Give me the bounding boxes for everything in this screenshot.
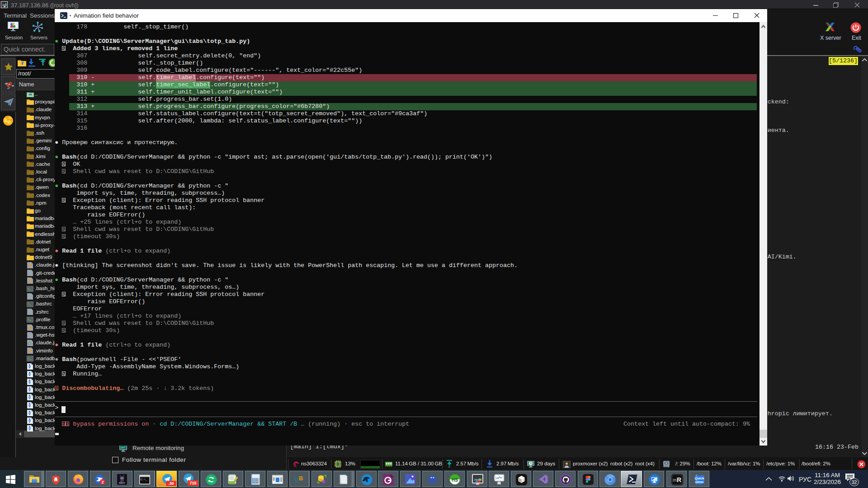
- svg-text:HS: HS: [452, 478, 458, 483]
- svg-text:C:\_: C:\_: [141, 478, 147, 481]
- svg-text:m: m: [673, 478, 677, 483]
- svg-text:B: B: [299, 475, 303, 482]
- svg-text:2: 2: [101, 480, 104, 484]
- svg-text:FRUY: FRUY: [119, 482, 125, 484]
- svg-text:R: R: [677, 476, 681, 483]
- svg-text:utmo: utmo: [695, 480, 703, 484]
